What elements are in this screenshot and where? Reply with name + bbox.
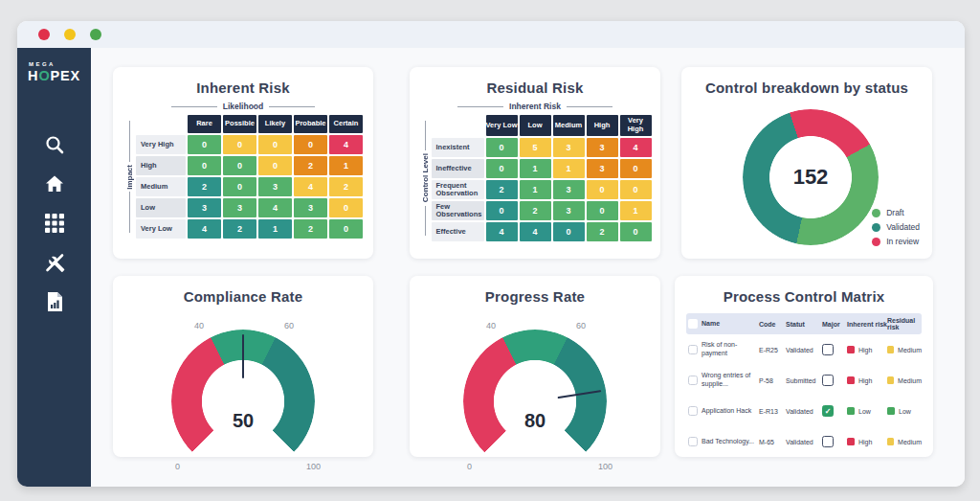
close-window-button[interactable] [38, 29, 50, 40]
matrix-cell: 4 [258, 198, 292, 217]
risk-code: E-R25 [759, 347, 786, 353]
table-row[interactable]: Bad Technology... M-65 Validated High Me… [686, 426, 922, 457]
matrix-row-header: Ineffective [432, 159, 484, 178]
home-icon[interactable] [42, 171, 67, 196]
screen: MEGA HOPEX [0, 0, 980, 501]
legend-item: Validated [872, 222, 920, 232]
mega-hopex-logo: MEGA HOPEX [28, 61, 80, 84]
major-checkbox[interactable] [822, 375, 834, 386]
search-icon[interactable] [42, 132, 67, 157]
column-header: Statut [786, 321, 822, 328]
maximize-window-button[interactable] [90, 29, 101, 40]
gauge-tick-0: 0 [175, 462, 180, 471]
matrix-cell: 4 [294, 177, 327, 196]
row-checkbox[interactable] [688, 376, 698, 385]
matrix-cell: 2 [188, 177, 221, 196]
y-axis-label: Impact [125, 162, 134, 193]
report-document-icon[interactable] [42, 289, 67, 314]
app-window: MEGA HOPEX [17, 21, 965, 487]
minimize-window-button[interactable] [64, 29, 76, 40]
compliance-rate-title: Compliance Rate [113, 288, 373, 305]
donut-total: 152 [743, 109, 879, 245]
residual-risk-badge: Low [887, 407, 922, 415]
compliance-gauge: 50 40 60 0 100 [171, 330, 315, 473]
column-header: Major [822, 321, 847, 328]
gauge-tick-100: 100 [598, 462, 612, 471]
major-checkbox[interactable] [822, 344, 834, 355]
matrix-cell: 0 [258, 135, 292, 154]
process-control-matrix-card: Process Control Matrix NameCodeStatutMaj… [675, 276, 933, 457]
matrix-cell: 4 [188, 219, 221, 239]
gauge-tick-60: 60 [284, 321, 294, 330]
inherent-risk-card: Inherent Risk Likelihood Impact RarePoss… [113, 67, 373, 259]
matrix-cell: 0 [486, 138, 518, 157]
process-control-table: NameCodeStatutMajorInherent riskResidual… [686, 313, 922, 457]
residual-risk-title: Residual Risk [410, 80, 660, 96]
row-checkbox[interactable] [688, 406, 698, 416]
gauge-tick-40: 40 [486, 321, 496, 330]
matrix-column-header: Medium [553, 115, 585, 136]
matrix-cell: 0 [329, 198, 363, 217]
progress-rate-title: Progress Rate [410, 288, 660, 305]
x-axis-label: Inherent Risk [509, 102, 561, 111]
matrix-cell: 1 [520, 159, 551, 178]
inherent-risk-badge: High [847, 376, 887, 384]
matrix-cell: 1 [520, 180, 551, 199]
matrix-cell: 4 [520, 222, 551, 241]
matrix-column-header: Very Low [486, 115, 518, 136]
table-row[interactable]: Wrong entries of supplie... P-58 Submitt… [686, 365, 922, 396]
matrix-cell: 0 [188, 135, 221, 154]
matrix-cell: 0 [587, 180, 618, 199]
matrix-cell: 0 [188, 156, 221, 175]
table-row[interactable]: Application Hack E-R13 Validated ✓ Low L… [686, 396, 922, 426]
matrix-cell: 0 [620, 159, 652, 178]
risk-name: Bad Technology... [702, 438, 759, 446]
matrix-cell: 4 [486, 222, 518, 241]
legend-dot [872, 238, 880, 246]
matrix-row-header: Very High [136, 135, 186, 154]
matrix-cell: 3 [553, 180, 585, 199]
select-all-checkbox[interactable] [688, 319, 698, 329]
gauge-needle [453, 319, 617, 484]
matrix-cell: 2 [294, 156, 327, 175]
matrix-cell: 3 [294, 198, 327, 217]
logo-mega-text: MEGA [29, 61, 80, 67]
matrix-cell: 0 [223, 177, 256, 196]
matrix-column-header: Certain [329, 115, 363, 133]
matrix-cell: 5 [520, 138, 551, 157]
matrix-cell: 0 [223, 135, 256, 154]
process-control-matrix-title: Process Control Matrix [675, 288, 933, 305]
gauge-value: 50 [171, 410, 315, 432]
row-checkbox[interactable] [688, 345, 698, 354]
control-breakdown-title: Control breakdown by status [681, 80, 932, 96]
matrix-row-header: Very Low [136, 219, 186, 239]
inherent-risk-title: Inherent Risk [113, 80, 373, 96]
table-row[interactable]: Risk of non-payment E-R25 Validated High… [686, 334, 922, 365]
matrix-column-header: Rare [188, 115, 221, 133]
likelihood-axis: Likelihood [113, 102, 373, 111]
matrix-row-header: Medium [136, 177, 186, 196]
legend-label: Validated [886, 222, 920, 232]
legend-label: Draft [886, 208, 903, 217]
matrix-cell: 0 [620, 180, 652, 199]
donut-legend: Draft Validated In review [872, 208, 920, 246]
matrix-cell: 2 [294, 219, 327, 239]
matrix-row-header: Effective [432, 222, 484, 241]
risk-status: Validated [786, 347, 822, 353]
matrix-cell: 0 [223, 156, 256, 175]
matrix-cell: 1 [329, 156, 363, 175]
row-checkbox[interactable] [688, 437, 698, 446]
column-header: Name [702, 320, 759, 329]
major-checkbox[interactable] [822, 436, 834, 447]
tools-icon[interactable] [42, 250, 67, 275]
matrix-column-header: Possible [223, 115, 256, 133]
inherent-risk-axis: Inherent Risk [410, 102, 660, 111]
matrix-cell: 0 [587, 201, 618, 220]
major-checkbox[interactable]: ✓ [822, 405, 834, 417]
apps-grid-icon[interactable] [42, 211, 67, 236]
matrix-column-header: Probable [294, 115, 327, 133]
dashboard: Inherent Risk Likelihood Impact RarePoss… [91, 48, 965, 487]
matrix-cell: 4 [329, 135, 363, 154]
gauge-tick-100: 100 [306, 462, 321, 471]
impact-axis: Impact [123, 121, 136, 233]
